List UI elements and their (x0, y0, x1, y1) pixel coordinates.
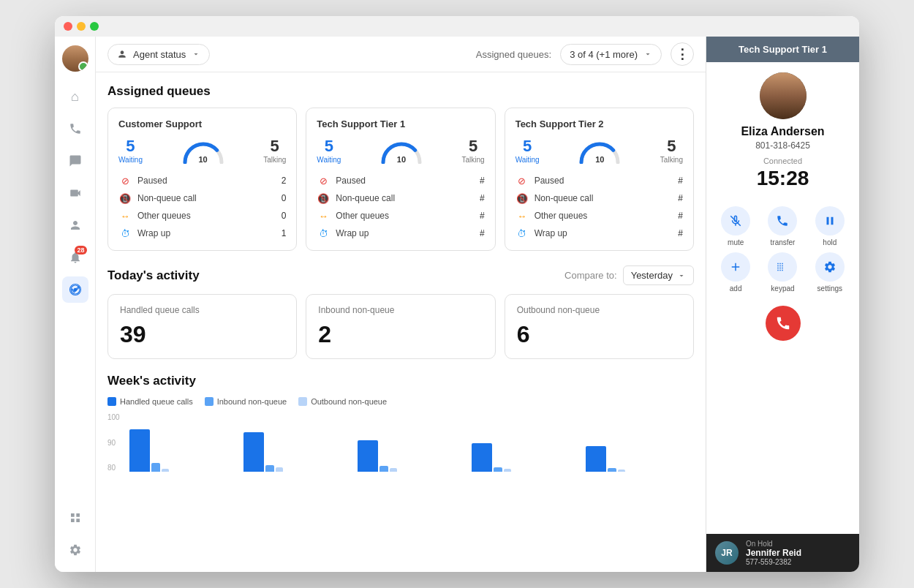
legend-inbound: Inbound non-queue (205, 397, 287, 406)
transfer-button[interactable]: transfer (762, 206, 803, 246)
panel-header: Tech Support Tier 1 (706, 37, 859, 62)
minimize-button[interactable] (77, 22, 86, 31)
close-button[interactable] (64, 22, 72, 31)
keypad-icon (768, 252, 797, 282)
y-label: 100 (107, 413, 120, 421)
transfer-icon (768, 206, 797, 235)
mute-button[interactable]: mute (715, 206, 756, 246)
sidebar-item-grid[interactable] (62, 505, 88, 531)
activity-label: Outbound non-queue (517, 305, 681, 315)
agent-status-label: Agent status (133, 49, 186, 60)
sidebar-item-contacts[interactable] (62, 212, 88, 238)
otherqueues-icon: ↔ (317, 209, 330, 222)
activity-card-inbound: Inbound non-queue 2 (306, 294, 495, 359)
add-icon (721, 252, 750, 282)
panel-header-title: Tech Support Tier 1 (739, 44, 827, 55)
legend-outbound: Outbound non-queue (298, 397, 387, 406)
gauge-container: 10 (578, 138, 622, 164)
queue-label: Assigned queues: (476, 49, 551, 60)
end-call-button[interactable] (766, 306, 801, 341)
keypad-button[interactable]: keypad (762, 252, 803, 293)
bar-outbound (390, 468, 397, 472)
queue-stats-list: ⊘ Paused # 📵 Non-queue call # ↔ Other qu… (515, 174, 683, 240)
bar-group-4 (472, 443, 580, 472)
legend-dot-outbound (298, 397, 307, 406)
stat-row-nonqueue: 📵 Non-queue call 0 (118, 192, 286, 205)
activity-grid: Handled queue calls 39 Inbound non-queue… (107, 294, 694, 359)
sidebar-item-dashboard[interactable] (62, 276, 88, 303)
connected-label: Connected (717, 157, 849, 165)
legend-handled: Handled queue calls (107, 397, 193, 406)
panel-info: Eliza Andersen 801-318-6425 Connected 15… (706, 125, 859, 206)
wrapup-icon: ⏱ (515, 227, 529, 240)
talking-stat: 5 Talking (660, 138, 683, 164)
queue-card-title: Customer Support (118, 118, 286, 129)
sidebar-item-home[interactable]: ⌂ (62, 83, 88, 110)
wrapup-icon: ⏱ (317, 227, 330, 240)
title-bar (55, 16, 859, 37)
keypad-label: keypad (771, 284, 794, 293)
queue-grid: Customer Support 5 Waiting 10 (107, 108, 694, 251)
settings-button[interactable]: settings (809, 252, 850, 293)
bar-outbound (504, 469, 511, 472)
nonqueue-icon: 📵 (317, 192, 330, 205)
y-label: 90 (107, 439, 120, 447)
compare-value: Yesterday (631, 270, 673, 281)
hold-button[interactable]: hold (809, 206, 850, 246)
queue-selector[interactable]: 3 of 4 (+1 more) (560, 44, 662, 65)
weeks-activity-title: Week's activity (107, 374, 694, 388)
bar-handled (472, 443, 492, 472)
chevron-down-icon (643, 50, 652, 59)
activity-label: Inbound non-queue (318, 305, 483, 315)
sidebar-item-video[interactable] (62, 180, 88, 206)
activity-value: 39 (120, 321, 284, 348)
compare-selector[interactable]: Yesterday (623, 265, 694, 285)
action-grid: mute transfer hold add (706, 206, 859, 300)
sidebar-item-chat[interactable] (62, 148, 88, 174)
waiting-stat: 5 Waiting (317, 138, 341, 164)
scroll-area[interactable]: Assigned queues Customer Support 5 Waiti… (96, 72, 706, 572)
stat-row-otherqueues: ↔ Other queues 0 (118, 209, 286, 222)
sidebar-item-phone[interactable] (62, 116, 88, 142)
legend-label: Inbound non-queue (217, 397, 287, 406)
sidebar-item-notifications[interactable]: 28 (62, 244, 88, 271)
on-hold-bar: JR On Hold Jennifer Reid 577-559-2382 (706, 534, 859, 572)
transfer-label: transfer (771, 238, 796, 246)
on-hold-avatar: JR (715, 541, 739, 565)
mute-icon (721, 206, 750, 235)
on-hold-initials: JR (721, 548, 732, 558)
add-button[interactable]: add (715, 252, 756, 293)
activity-label: Handled queue calls (120, 305, 284, 315)
bar-handled (586, 446, 606, 472)
maximize-button[interactable] (90, 22, 99, 31)
stat-row-paused: ⊘ Paused 2 (118, 174, 286, 187)
compare-label: Compare to: (564, 270, 617, 281)
chart-legend: Handled queue calls Inbound non-queue Ou… (107, 397, 694, 406)
app-window: ⌂ 28 Agen (55, 16, 859, 572)
queue-card-title: Tech Support Tier 1 (317, 118, 484, 129)
stat-row-otherqueues: ↔ Other queues # (317, 209, 484, 222)
on-hold-phone: 577-559-2382 (746, 558, 801, 566)
more-options-button[interactable]: ⋮ (671, 42, 694, 66)
bar-handled (129, 429, 150, 472)
nonqueue-icon: 📵 (515, 192, 529, 205)
talking-stat: 5 Talking (263, 138, 286, 164)
bar-handled (243, 432, 264, 472)
avatar[interactable] (62, 45, 88, 72)
bar-group-3 (358, 440, 466, 472)
assigned-queues-title: Assigned queues (107, 84, 694, 99)
gauge-container: 10 (181, 138, 225, 164)
settings-icon (815, 252, 845, 282)
sidebar-item-settings[interactable] (62, 537, 88, 563)
chevron-down-icon (677, 271, 686, 280)
chart-area: 100 90 80 (107, 413, 694, 486)
todays-activity-title: Today's activity (107, 268, 564, 283)
agent-status-dropdown[interactable]: Agent status (107, 44, 210, 65)
end-call-area (706, 300, 859, 350)
notification-badge: 28 (75, 246, 86, 255)
chart-bars (107, 413, 694, 472)
gauge-row: 5 Waiting 10 5 Talking (515, 138, 683, 164)
stat-row-nonqueue: 📵 Non-queue call # (515, 192, 683, 205)
stat-row-paused: ⊘ Paused # (317, 174, 484, 187)
main-content: Agent status Assigned queues: 3 of 4 (+1… (96, 37, 706, 572)
